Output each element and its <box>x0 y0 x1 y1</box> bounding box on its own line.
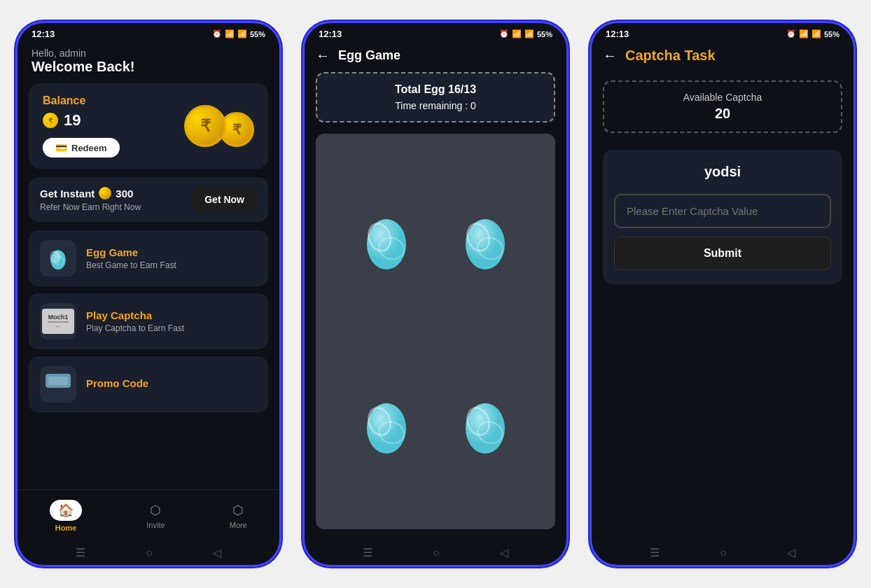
egg-svg-1 <box>362 208 411 271</box>
captcha-input-wrap <box>614 194 831 228</box>
available-captcha-label: Available Captcha <box>614 92 831 103</box>
battery-icon-2: 55% <box>537 30 552 38</box>
available-captcha-count: 20 <box>614 106 831 122</box>
coin-amount: 300 <box>116 188 133 200</box>
welcome-text: Welcome Back! <box>32 59 265 75</box>
promo-code-title: Promo Code <box>86 377 148 389</box>
available-captcha-box: Available Captcha 20 <box>603 80 842 133</box>
gesture-back: ◁ <box>213 546 221 559</box>
captcha-word-display: yodsi <box>614 164 831 180</box>
coins-visual <box>195 105 254 147</box>
gesture-bar-2: ☰ ○ ◁ <box>305 540 566 565</box>
promo-icon-box <box>40 366 76 402</box>
captcha-icon: Moch1 ··· <box>42 309 74 334</box>
egg-game-area[interactable] <box>316 134 555 529</box>
egg-4[interactable] <box>461 392 510 455</box>
get-now-button[interactable]: Get Now <box>192 187 257 212</box>
captcha-submit-button[interactable]: Submit <box>614 237 831 270</box>
captcha-back-button[interactable]: ← <box>603 48 617 64</box>
egg-game-icon-box <box>40 240 76 276</box>
signal-icon: 📶 <box>237 29 247 38</box>
promo-banner: Get Instant 300 Refer Now Earn Right Now… <box>29 177 268 222</box>
status-icons-2: ⏰ 📶 📶 55% <box>499 29 552 38</box>
gesture-back-2: ◁ <box>500 546 508 559</box>
balance-card: Balance ₹ 19 💳 Redeem <box>29 83 268 169</box>
screen3-phone: 12:13 ⏰ 📶 📶 55% ← Captcha Task Available… <box>590 21 856 567</box>
promo-code-text: Promo Code <box>86 377 148 391</box>
refer-now-text: Refer Now Earn Right Now <box>40 202 141 212</box>
big-coin-1 <box>184 105 226 147</box>
small-coin <box>99 187 111 200</box>
time-1: 12:13 <box>32 29 55 39</box>
egg-game-menu-item[interactable]: Egg Game Best Game to Earn Fast <box>29 230 268 286</box>
redeem-label: Redeem <box>71 143 107 153</box>
egg-game-header: ← Egg Game <box>305 42 566 72</box>
egg-info-box: Total Egg 16/13 Time remaining : 0 <box>316 72 555 122</box>
signal-icon-3: 📶 <box>811 29 821 38</box>
captcha-input-field[interactable] <box>614 194 831 228</box>
promo-code-icon <box>46 374 71 395</box>
wifi-icon-3: 📶 <box>799 29 809 38</box>
promo-code-item[interactable]: Promo Code <box>29 356 268 412</box>
home-header: Hello, admin Welcome Back! <box>18 42 279 83</box>
egg-game-subtitle: Best Game to Earn Fast <box>86 260 176 270</box>
coin-icon-small: ₹ <box>43 113 58 128</box>
status-bar-1: 12:13 ⏰ 📶 📶 55% <box>18 23 279 42</box>
gesture-bar-3: ☰ ○ ◁ <box>592 540 853 565</box>
captcha-input-area: yodsi Submit <box>603 150 842 284</box>
screen1-phone: 12:13 ⏰ 📶 📶 55% Hello, admin Welcome Bac… <box>15 21 281 567</box>
svg-point-9 <box>466 219 505 270</box>
more-icon: ⬡ <box>232 503 244 518</box>
gesture-menu: ☰ <box>76 546 85 559</box>
nav-invite-label: Invite <box>146 521 165 529</box>
egg-svg-2 <box>461 208 510 271</box>
egg-game-back-button[interactable]: ← <box>316 48 330 64</box>
nav-invite[interactable]: ⬡ Invite <box>132 500 179 532</box>
captcha-menu-item[interactable]: Moch1 ··· Play Captcha Play Captcha to E… <box>29 293 268 349</box>
nav-more[interactable]: ⬡ More <box>216 500 261 532</box>
captcha-menu-text: Play Captcha Play Captcha to Earn Fast <box>86 309 184 333</box>
gesture-bar-1: ☰ ○ ◁ <box>18 540 279 565</box>
egg-game-title: Egg Game <box>86 246 176 258</box>
get-instant-row: Get Instant 300 <box>40 187 141 200</box>
svg-point-6 <box>367 219 406 270</box>
battery-icon-3: 55% <box>824 30 839 38</box>
egg-1[interactable] <box>362 208 411 271</box>
egg-game-icon <box>45 245 71 272</box>
captcha-screen-header: ← Captcha Task <box>592 42 853 72</box>
status-bar-3: 12:13 ⏰ 📶 📶 55% <box>592 23 853 42</box>
battery-icon: 55% <box>250 30 265 38</box>
balance-value: 19 <box>64 111 81 130</box>
greeting-text: Hello, admin <box>32 48 265 59</box>
captcha-screen-title: Captcha Task <box>625 48 716 64</box>
balance-info: Balance ₹ 19 💳 Redeem <box>43 94 120 158</box>
egg-3[interactable] <box>362 392 411 455</box>
bottom-nav: 🏠 Home ⬡ Invite ⬡ More <box>18 489 279 540</box>
redeem-button[interactable]: 💳 Redeem <box>43 138 120 158</box>
alarm-icon-2: ⏰ <box>499 29 509 38</box>
alarm-icon: ⏰ <box>212 29 222 38</box>
egg-svg-4 <box>461 392 510 455</box>
status-icons-3: ⏰ 📶 📶 55% <box>786 29 839 38</box>
time-2: 12:13 <box>319 29 342 39</box>
gesture-back-3: ◁ <box>787 546 795 559</box>
gesture-circle: ○ <box>146 547 153 559</box>
egg-2[interactable] <box>461 208 510 271</box>
total-egg-text: Total Egg 16/13 <box>327 83 544 96</box>
promo-text: Get Instant 300 Refer Now Earn Right Now <box>40 187 141 212</box>
nav-home-icon-wrap: 🏠 <box>50 500 82 521</box>
nav-home-label: Home <box>55 524 77 532</box>
nav-home[interactable]: 🏠 Home <box>36 497 96 535</box>
egg-svg-3 <box>362 392 411 455</box>
gesture-menu-2: ☰ <box>363 546 372 559</box>
signal-icon-2: 📶 <box>524 29 534 38</box>
captcha-subtitle: Play Captcha to Earn Fast <box>86 323 184 333</box>
get-instant-text: Get Instant <box>40 188 95 200</box>
egg-game-text: Egg Game Best Game to Earn Fast <box>86 246 176 270</box>
gesture-circle-3: ○ <box>720 547 727 559</box>
alarm-icon-3: ⏰ <box>786 29 796 38</box>
svg-rect-5 <box>48 377 68 385</box>
wifi-icon-2: 📶 <box>512 29 522 38</box>
svg-point-12 <box>367 403 406 454</box>
gesture-menu-3: ☰ <box>650 546 660 559</box>
